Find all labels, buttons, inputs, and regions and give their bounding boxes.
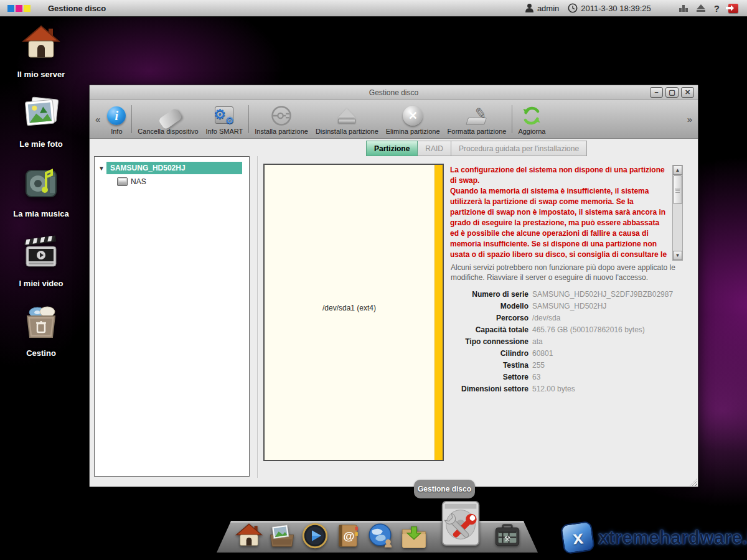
unmount-eject-icon — [338, 108, 355, 123]
device-tree-panel: ▼ SAMSUNG_HD502HJ NAS — [94, 156, 250, 477]
dock: @ ⚒ — [219, 510, 537, 550]
user-menu[interactable]: admin — [525, 3, 559, 13]
detail-row: Testina255 — [444, 359, 693, 371]
tab-partition[interactable]: Partizione — [366, 141, 418, 156]
dock-toolbox-icon[interactable]: ⚒ — [493, 521, 522, 550]
tab-raid[interactable]: RAID — [418, 141, 451, 156]
partition-label: /dev/sda1 (ext4) — [265, 304, 434, 312]
warning-scrollbar[interactable]: ▲ ▼ — [672, 165, 683, 261]
plug-icon — [270, 104, 293, 128]
network-status-icon[interactable] — [679, 5, 688, 12]
resize-grip[interactable] — [690, 478, 697, 486]
toolbar-separator — [131, 105, 132, 133]
svg-text:⚒: ⚒ — [504, 535, 510, 543]
tree-item-volume[interactable]: NAS — [117, 177, 146, 186]
top-menu-bar: Gestione disco admin 2011-3-30 18:39:25 … — [0, 0, 747, 17]
window-title: Gestione disco — [369, 88, 418, 97]
erase-device-button[interactable]: Cancella dispositivo — [134, 100, 202, 138]
swap-warning-text: La configurazione del sistema non dispon… — [450, 165, 670, 261]
music-icon — [21, 163, 61, 205]
refresh-button[interactable]: Aggiorna — [514, 100, 549, 138]
disk-icon — [117, 177, 128, 186]
brand-logo-icon — [7, 5, 31, 12]
scrollbar-thumb[interactable] — [673, 175, 682, 204]
panel-divider — [257, 156, 258, 478]
detail-row: Settore63 — [444, 371, 693, 383]
scroll-up-icon[interactable]: ▲ — [673, 166, 682, 175]
video-icon — [21, 233, 61, 275]
disk-details-list: Numero di serieSAMSUNG_HD502HJ_S2DFJ9BZB… — [444, 288, 693, 394]
tab-install-wizard[interactable]: Procedura guidata per l'installazione — [451, 141, 587, 156]
minimize-button[interactable]: – — [650, 87, 663, 98]
window-titlebar[interactable]: Gestione disco – ▢ ✕ — [90, 85, 698, 100]
eject-icon[interactable] — [697, 4, 705, 12]
tree-item-disk[interactable]: SAMSUNG_HD502HJ — [106, 162, 242, 174]
service-note: Alcuni servizi potrebbero non funzionare… — [451, 263, 687, 282]
watermark-text: xtremehardware.it — [598, 528, 747, 548]
tab-bar: Partizione RAID Procedura guidata per l'… — [366, 141, 587, 156]
dock-tooltip: Gestione disco — [414, 480, 475, 498]
toolbar-separator — [248, 105, 249, 133]
desktop-icon-trash[interactable]: Cestino — [9, 302, 73, 358]
username-label: admin — [537, 4, 559, 13]
trash-icon — [21, 302, 61, 345]
detail-row: Numero di serieSAMSUNG_HD502HJ_S2DFJ9BZB… — [444, 288, 693, 300]
desktop-icon-column: Il mio server Le mie foto La mia musica … — [9, 24, 73, 358]
desktop-icon-my-videos[interactable]: I miei video — [9, 233, 73, 288]
smart-disk-icon: ⚙⚙ — [213, 105, 235, 126]
dock-web-icon[interactable] — [367, 521, 395, 550]
dock-home-icon[interactable] — [235, 521, 263, 550]
topbar-app-title: Gestione disco — [48, 4, 106, 13]
desktop-icon-label: Il mio server — [17, 70, 65, 79]
detail-row: Tipo connessioneata — [444, 335, 693, 347]
swap-warning-box: La configurazione del sistema non dispon… — [450, 165, 683, 261]
dock-photos-icon[interactable] — [268, 521, 296, 550]
desktop: Gestione disco admin 2011-3-30 18:39:25 … — [0, 0, 747, 560]
dock-media-player-icon[interactable] — [301, 521, 329, 550]
format-pencil-icon: ✎ — [466, 105, 488, 126]
partition-map[interactable]: /dev/sda1 (ext4) — [263, 164, 444, 461]
format-partition-button[interactable]: ✎ Formatta partizione — [444, 100, 510, 138]
clock-icon — [568, 3, 578, 13]
detail-row: Capacità totale465.76 GB (500107862016 b… — [444, 324, 693, 335]
photos-icon — [21, 93, 61, 136]
datetime-label: 2011-3-30 18:39:25 — [581, 4, 651, 13]
desktop-icon-my-server[interactable]: Il mio server — [9, 24, 73, 79]
mount-partition-button[interactable]: Installa partizione — [251, 100, 312, 138]
scroll-down-icon[interactable]: ▼ — [673, 251, 682, 260]
close-button[interactable]: ✕ — [681, 87, 694, 98]
site-watermark: x xtremehardware.it — [562, 523, 747, 553]
maximize-button[interactable]: ▢ — [665, 87, 679, 98]
user-icon — [525, 3, 534, 13]
desktop-icon-my-photos[interactable]: Le mie foto — [9, 93, 73, 149]
eraser-icon — [158, 108, 182, 130]
clock-display: 2011-3-30 18:39:25 — [568, 3, 651, 13]
apps-grid-icon[interactable] — [660, 4, 670, 12]
smart-info-button[interactable]: ⚙⚙ Info SMART — [202, 100, 247, 138]
detail-row: Cilindro60801 — [444, 347, 693, 359]
dock-download-icon[interactable] — [400, 521, 428, 550]
info-button[interactable]: i Info — [103, 100, 129, 138]
toolbar-scroll-right[interactable]: » — [684, 114, 695, 124]
info-icon: i — [107, 106, 126, 125]
detail-row: Percorso/dev/sda — [444, 312, 693, 324]
tree-expand-icon[interactable]: ▼ — [98, 165, 105, 172]
dock-contacts-icon[interactable]: @ — [334, 521, 362, 550]
watermark-x-icon: x — [560, 521, 595, 554]
logout-icon[interactable] — [728, 4, 738, 13]
desktop-icon-label: Le mie foto — [19, 139, 62, 149]
dock-disk-management-icon[interactable] — [436, 498, 485, 550]
unmount-partition-button[interactable]: Disinstalla partizione — [312, 100, 382, 138]
delete-partition-button[interactable]: ✕ Elimina partizione — [382, 100, 444, 138]
partition-free-space-stripe — [434, 165, 443, 460]
desktop-icon-label: I miei video — [19, 279, 63, 288]
toolbar-scroll-left[interactable]: « — [92, 114, 103, 124]
home-icon — [21, 24, 61, 66]
desktop-icon-label: La mia musica — [13, 209, 69, 218]
help-icon[interactable]: ? — [714, 3, 720, 14]
disk-management-window: Gestione disco – ▢ ✕ « i Info Cancella d… — [89, 85, 698, 487]
desktop-icon-my-music[interactable]: La mia musica — [9, 163, 73, 218]
detail-row: Dimensioni settore512.00 bytes — [444, 383, 693, 394]
delete-x-icon: ✕ — [403, 106, 423, 126]
toolbar-separator — [512, 105, 512, 133]
